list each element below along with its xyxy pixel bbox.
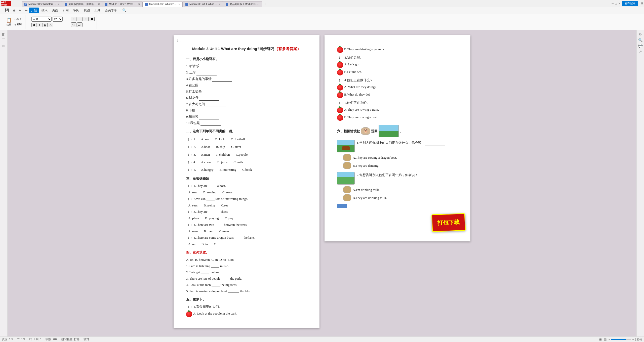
status-word-count: 字数: 787 [46, 337, 57, 341]
tab-5[interactable]: Module 3 Unit 1 What are they do... ✕ [183, 1, 223, 7]
dog-image-1: 🐕 [361, 127, 370, 135]
svg-rect-8 [226, 3, 228, 6]
number-list-button[interactable]: 1≡ [77, 22, 83, 27]
zoom-in-icon[interactable]: + [632, 338, 634, 341]
s1-item-4: 4.在公园 [186, 82, 307, 88]
tab-3[interactable]: Module 3 Unit 1 What are they do... ✕ [102, 1, 142, 7]
strikethrough-button[interactable]: S [48, 23, 53, 27]
s3-item-1: （ ）1.They are _____ a boat. [186, 183, 307, 189]
right-format-icon[interactable]: ⚙ [639, 32, 642, 36]
right-comment-icon[interactable]: 💬 [638, 44, 642, 48]
s6-q1-row: 1.当别人问你湖上的人们正在做什么，你会说： [337, 140, 458, 152]
zoom-slider[interactable] [611, 339, 631, 340]
s6-header-text2: 送回 [371, 128, 378, 134]
redo-icon[interactable]: ↪ [24, 8, 28, 13]
search-icon[interactable]: 🔍 [122, 8, 127, 13]
status-right: ⊞ ▤ − + 130% [599, 338, 642, 341]
document-area[interactable]: ⋮⋮ Module 3 Unit 1 What are they doing?同… [8, 30, 636, 336]
align-left-button[interactable]: ≡ [71, 17, 76, 21]
align-center-button[interactable]: ☰ [77, 17, 83, 21]
svg-rect-5 [105, 3, 107, 6]
expand-icon[interactable]: ⊞ [641, 2, 643, 5]
top-right-buttons: ─ □ ✕ 立即登录 ⊞ [612, 1, 643, 6]
right-sidebar: ⚙ 🔍 💬 ↗ [636, 30, 644, 336]
s3-item-2: （ ）2.We can _____ lots of interesting th… [186, 196, 307, 202]
tab-label-3: Module 3 Unit 1 What are they do... [109, 3, 137, 6]
menu-start[interactable]: 开始 [29, 8, 39, 13]
tab-1[interactable]: Module3Unit1Whataretheydo... ✕ [22, 1, 62, 7]
menu-view[interactable]: 视图 [82, 8, 92, 13]
close-icon[interactable]: ✕ [618, 2, 621, 5]
tab-add-button[interactable]: + [262, 1, 268, 7]
maximize-icon[interactable]: □ [615, 2, 617, 5]
menu-reference[interactable]: 引用 [61, 8, 71, 13]
drag-handle: ⋮⋮ [176, 37, 183, 44]
s6-header-period: 。 [400, 128, 403, 134]
menu-tools[interactable]: 工具 [92, 8, 102, 13]
status-page: 页面: 1/5 [2, 337, 13, 341]
s4-item-1: 1. Sam is listening _____ music. [186, 263, 307, 269]
s4-item-5: 5. Sam is rowing a dragon boat _______ t… [186, 288, 307, 294]
page-title-main: Module 3 Unit 1 What are they doing?同步练习 [192, 47, 275, 51]
s3-item-5: （ ）5.There are some dragon boats _____ t… [186, 235, 307, 240]
sidebar-pages-icon[interactable]: ⊞ [2, 44, 5, 48]
print-icon[interactable]: 🖨 [11, 8, 16, 13]
right-share-icon[interactable]: ↗ [639, 50, 642, 54]
s3-choices-4: A. manB. menC.mans [188, 228, 307, 234]
tab-label-6: 精品外研版上Module3Unit1Wha... [230, 3, 260, 6]
bullet-list-button[interactable]: •≡ [71, 22, 76, 27]
undo-icon[interactable]: ↩ [18, 8, 22, 13]
s3-item-3: （ ）3.They are _______ chess [186, 209, 307, 215]
tabs-bar: Module3Unit1Whataretheydo... ✕ 外研版四年级上册英… [22, 0, 611, 7]
align-right-button[interactable]: ≡ [83, 17, 89, 21]
tab-2[interactable]: 外研版四年级上册英语Moudle3Unit... ✕ [62, 1, 102, 7]
tab-close-5[interactable]: ✕ [219, 3, 221, 6]
tab-close-4[interactable]: ✕ [178, 3, 180, 6]
s6-q2-text: 2.你想告诉别人他们正在喝牛奶，你会说： [357, 172, 439, 178]
tab-close-2[interactable]: ✕ [98, 3, 100, 6]
login-button[interactable]: 立即登录 [622, 1, 638, 6]
minimize-icon[interactable]: ─ [612, 2, 614, 5]
paste-button[interactable]: 📋 粘贴 [5, 17, 13, 27]
menu-page[interactable]: 页面 [50, 8, 60, 13]
save-icon[interactable]: 💾 [4, 8, 10, 13]
page-1-title: Module 3 Unit 1 What are they doing?同步练习… [186, 45, 307, 52]
copy-button[interactable]: ⎘复制 [14, 22, 23, 27]
layout-icon[interactable]: ▤ [604, 338, 607, 341]
tab-close-3[interactable]: ✕ [138, 3, 140, 6]
menu-insert[interactable]: 插入 [39, 8, 50, 13]
s6-q2-row: 2.你想告诉别人他们正在喝牛奶，你会说： [337, 172, 458, 185]
tab-4[interactable]: Module3Unit1Whatarethey... ✕ [142, 1, 183, 7]
tab-close-1[interactable]: ✕ [58, 3, 60, 6]
s2-item-4: （ ）4. A.chessB. juiceC. milk [186, 159, 307, 165]
s6-q1-dog-a: A.They are rowing a dragon boat. [343, 154, 458, 161]
bold-button[interactable]: B [31, 23, 36, 27]
underline-button[interactable]: U [43, 23, 48, 27]
p2-s5-choice-b: B.They are drinking soya milk. [337, 46, 458, 53]
right-search-icon[interactable]: 🔍 [638, 38, 642, 42]
sidebar-outline-icon[interactable]: ☰ [2, 38, 5, 42]
download-badge[interactable]: 打包下载 [431, 213, 466, 232]
dog-a-2 [343, 186, 351, 193]
cut-button[interactable]: ✂剪切 [14, 17, 23, 21]
dog-a-1 [343, 154, 351, 161]
s4-item-2: 2. Lets get _____ the bus. [186, 270, 307, 275]
ribbon-clipboard: 📋 粘贴 ✂剪切 ⎘复制 [3, 15, 25, 29]
font-family-select[interactable]: 宋体 [31, 17, 52, 22]
italic-button[interactable]: I [37, 23, 42, 27]
sidebar-nav-icon[interactable]: ◧ [2, 32, 5, 36]
justify-button[interactable]: ≣ [89, 17, 95, 21]
svg-rect-7 [185, 3, 188, 6]
tab-6[interactable]: 精品外研版上Module3Unit1Wha... [223, 1, 262, 7]
zoom-out-icon[interactable]: − [609, 338, 610, 341]
svg-rect-6 [145, 3, 148, 6]
view-mode-icon[interactable]: ⊞ [599, 338, 602, 341]
s1-item-3: 3.许多有趣的事情 [186, 76, 307, 82]
menu-review[interactable]: 审阅 [71, 8, 81, 13]
font-size-select[interactable]: 12 [53, 17, 63, 22]
zoom-bar: − + 130% [609, 338, 642, 341]
left-sidebar: ◧ ☰ ⊞ [0, 30, 8, 336]
s6-q2-image [337, 172, 355, 185]
wps-logo[interactable]: WPS Office [1, 1, 11, 6]
menu-member[interactable]: 会员专享 [103, 8, 119, 13]
